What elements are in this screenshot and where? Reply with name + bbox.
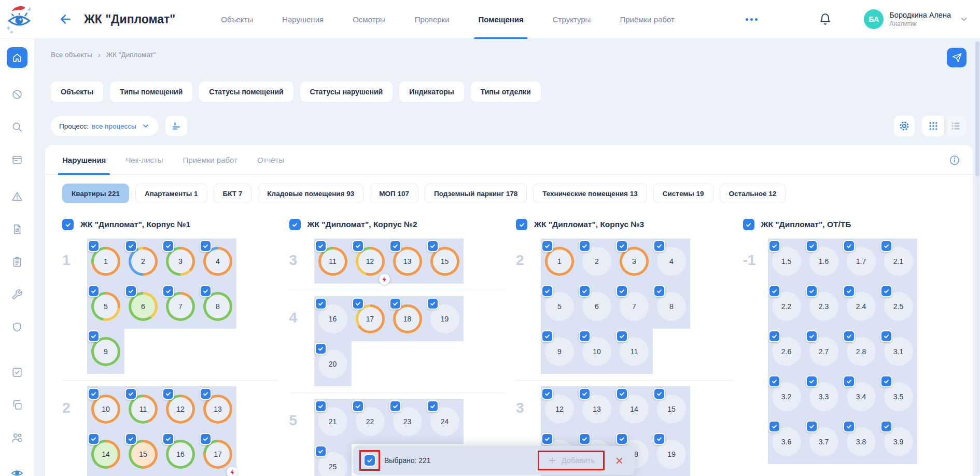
unit-checkbox[interactable] [806,330,818,342]
close-selection-icon[interactable] [614,456,624,466]
unit-checkbox[interactable] [125,433,137,445]
unit-checkbox[interactable] [315,400,327,412]
unit-checkbox[interactable] [806,375,818,387]
chip[interactable]: Технические помещения 13 [533,184,647,203]
unit-checkbox[interactable] [352,400,364,412]
unit-checkbox[interactable] [125,285,137,297]
unit-checkbox[interactable] [315,343,327,355]
unit-checkbox[interactable] [579,240,591,252]
chip[interactable]: Квартиры 221 [62,184,129,203]
filter-button[interactable]: Типы отделки [471,81,541,102]
unit-checkbox[interactable] [768,421,780,432]
nav-item-Объекты[interactable]: Объекты [221,0,253,39]
building-checkbox[interactable] [516,219,527,230]
unit-checkbox[interactable] [616,433,628,445]
unit-checkbox[interactable] [616,330,628,342]
unit-checkbox[interactable] [880,330,892,342]
unit-checkbox[interactable] [806,240,818,252]
sidebar-item-copy[interactable] [11,399,23,411]
add-button[interactable]: Добавить [538,451,605,470]
unit-checkbox[interactable] [352,298,364,310]
unit-checkbox[interactable] [768,330,780,342]
unit-checkbox[interactable] [880,285,892,297]
filter-button[interactable]: Статусы помещений [199,81,293,102]
unit-checkbox[interactable] [541,433,553,445]
unit-checkbox[interactable] [541,330,553,342]
unit-checkbox[interactable] [315,240,327,252]
unit-checkbox[interactable] [427,240,439,252]
unit-checkbox[interactable] [579,388,591,400]
share-button[interactable] [947,48,967,67]
sidebar-item-clipboard-list[interactable] [11,256,23,268]
unit-checkbox[interactable] [352,240,364,252]
tab-Отчёты[interactable]: Отчёты [257,145,284,175]
nav-item-Проверки[interactable]: Проверки [415,0,450,39]
sidebar-item-check-square[interactable] [11,366,23,379]
list-view-button[interactable] [944,116,967,136]
unit-checkbox[interactable] [315,445,327,457]
unit-checkbox[interactable] [162,240,174,252]
chip[interactable]: Системы 19 [653,184,713,203]
unit-checkbox[interactable] [389,240,401,252]
unit-checkbox[interactable] [200,433,212,445]
unit-checkbox[interactable] [653,433,665,445]
unit-checkbox[interactable] [768,285,780,297]
sidebar-item-users-gear[interactable] [11,431,23,444]
notifications-bell-icon[interactable] [819,13,832,26]
unit-checkbox[interactable] [579,285,591,297]
unit-checkbox[interactable] [768,375,780,387]
nav-item-Структуры[interactable]: Структуры [553,0,591,39]
unit-checkbox[interactable] [88,433,100,445]
settings-button[interactable] [894,116,915,136]
unit-checkbox[interactable] [806,285,818,297]
scrollbar[interactable] [975,41,979,474]
filter-button[interactable]: Индикаторы [399,81,464,102]
unit-checkbox[interactable] [616,285,628,297]
sidebar-item-alert-triangle[interactable] [11,190,23,203]
unit-checkbox[interactable] [389,400,401,412]
unit-checkbox[interactable] [88,240,100,252]
unit-checkbox[interactable] [880,375,892,387]
unit-checkbox[interactable] [541,388,553,400]
unit-checkbox[interactable] [880,421,892,432]
sidebar-item-panel[interactable] [11,153,23,166]
unit-checkbox[interactable] [541,240,553,252]
sidebar-item-search[interactable] [11,121,23,133]
unit-checkbox[interactable] [200,240,212,252]
sidebar-item-slash-circle[interactable] [11,88,23,101]
chip[interactable]: БКТ 7 [214,184,252,203]
unit-checkbox[interactable] [200,285,212,297]
sort-button[interactable] [165,116,187,136]
unit-checkbox[interactable] [541,285,553,297]
unit-checkbox[interactable] [843,375,855,387]
chip[interactable]: Подземный паркинг 178 [425,184,527,203]
tab-Приёмки работ[interactable]: Приёмки работ [183,145,237,175]
nav-item-Осмотры[interactable]: Осмотры [353,0,386,39]
unit-checkbox[interactable] [843,285,855,297]
avatar[interactable]: БА [864,9,884,29]
unit-checkbox[interactable] [616,388,628,400]
unit-checkbox[interactable] [653,388,665,400]
unit-checkbox[interactable] [315,298,327,310]
filter-button[interactable]: Объекты [51,81,103,102]
unit-checkbox[interactable] [579,433,591,445]
chip[interactable]: Кладовые помещения 93 [258,184,363,203]
sidebar-item-wrench[interactable] [11,288,23,301]
breadcrumb-current[interactable]: ЖК "Дипломат" [106,51,156,59]
unit-checkbox[interactable] [768,240,780,252]
unit-checkbox[interactable] [427,298,439,310]
filter-button[interactable]: Типы помещений [110,81,192,102]
sidebar-item-doc-sync[interactable] [11,223,23,235]
tab-Нарушения[interactable]: Нарушения [62,145,106,175]
filter-button[interactable]: Статусы нарушений [300,81,393,102]
unit-checkbox[interactable] [88,330,100,342]
more-menu-icon[interactable] [746,18,758,21]
unit-checkbox[interactable] [162,388,174,400]
unit-checkbox[interactable] [427,400,439,412]
scrollbar-thumb[interactable] [975,41,979,176]
breadcrumb-all-objects[interactable]: Все объекты [51,51,92,59]
chip[interactable]: МОП 107 [370,184,418,203]
unit-checkbox[interactable] [653,285,665,297]
chip[interactable]: Апартаменты 1 [135,184,207,203]
tab-Чек-листы[interactable]: Чек-листы [125,145,163,175]
